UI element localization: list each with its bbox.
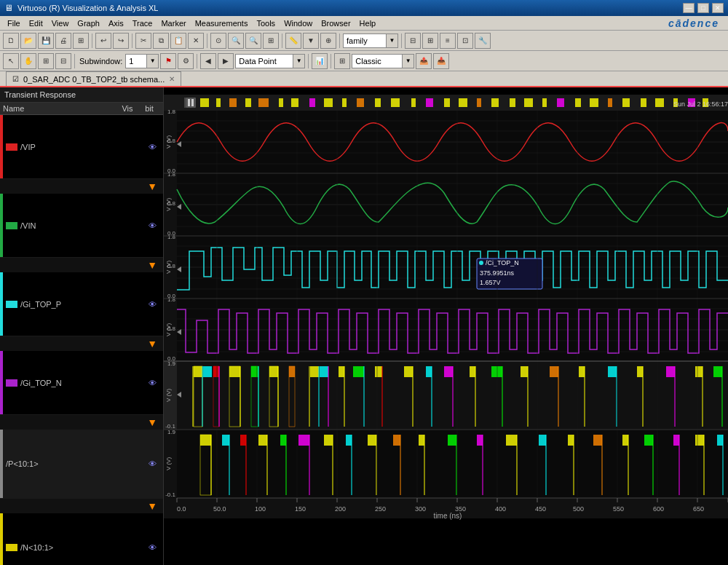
n10-vis-icon[interactable]: 👁 <box>144 543 160 552</box>
chart-button[interactable]: 📊 <box>312 53 328 69</box>
vin-filter-icon[interactable]: ▼ <box>147 259 157 271</box>
gi-top-n-vis-icon[interactable]: 👁 <box>144 379 160 387</box>
family-dropdown-btn[interactable]: ▼ <box>387 33 398 48</box>
svg-rect-16 <box>342 98 347 107</box>
copy-button[interactable]: ⧉ <box>153 33 169 49</box>
p10-name[interactable]: /P<10:1> <box>6 459 144 468</box>
separator-4 <box>282 33 282 48</box>
gi-top-p-vis-icon[interactable]: 👁 <box>144 300 160 309</box>
p10-vis-icon[interactable]: 👁 <box>144 459 160 468</box>
table-button[interactable]: ⊞ <box>334 53 350 69</box>
gi-top-n-filter-icon[interactable]: ▼ <box>147 416 157 428</box>
svg-rect-8 <box>216 98 221 107</box>
settings-button[interactable]: ⚙ <box>178 53 194 69</box>
select-button[interactable]: ↖ <box>3 53 19 69</box>
vip-name[interactable]: /VIP <box>20 143 144 151</box>
tool5-button[interactable]: 🔧 <box>475 33 491 49</box>
svg-text:1.8: 1.8 <box>167 108 176 115</box>
menu-measurements[interactable]: Measurements <box>191 17 253 29</box>
classic-dropdown[interactable]: ▼ <box>352 54 414 68</box>
zoom-in-button[interactable]: 🔍 <box>228 33 244 49</box>
vin-vis-icon[interactable]: 👁 <box>144 221 160 230</box>
svg-rect-115 <box>269 366 278 377</box>
family-dropdown[interactable]: ▼ <box>343 33 398 48</box>
menu-file[interactable]: File <box>3 17 25 29</box>
subwindow-dropdown-btn[interactable]: ▼ <box>147 54 159 68</box>
classic-dropdown-btn[interactable]: ▼ <box>403 54 414 68</box>
gi-top-n-filter-row: ▼ <box>0 415 163 430</box>
subwindow-dropdown[interactable]: ▼ <box>125 54 159 68</box>
svg-rect-171 <box>280 435 286 446</box>
p10-filter-icon[interactable]: ▼ <box>147 500 157 512</box>
family-input[interactable] <box>343 33 387 48</box>
tool4-button[interactable]: ⊡ <box>457 33 473 49</box>
measure-button[interactable]: 📏 <box>285 33 301 49</box>
next-button[interactable]: ▶ <box>218 53 234 69</box>
zoom-h-button[interactable]: ⊞ <box>38 53 54 69</box>
svg-rect-18 <box>375 98 381 107</box>
print2-button[interactable]: ⊞ <box>73 33 89 49</box>
close-button[interactable]: ✕ <box>712 3 724 13</box>
svg-rect-126 <box>353 366 364 377</box>
tool3-button[interactable]: ≡ <box>440 33 456 49</box>
menu-help[interactable]: Help <box>355 17 381 29</box>
subwindow-input[interactable] <box>125 54 147 68</box>
svg-text:0.8: 0.8 <box>167 200 176 207</box>
vin-name[interactable]: /VIN <box>20 221 144 230</box>
print-button[interactable]: 🖨 <box>55 33 71 49</box>
vip-vis-icon[interactable]: 👁 <box>144 143 160 151</box>
waveform-area[interactable]: V (V) 1.8 0.8 0.0 V (V) <box>164 87 728 565</box>
gi-top-p-name[interactable]: /Gi_TOP_P <box>20 300 144 309</box>
flag-button[interactable]: ⚑ <box>160 53 176 69</box>
svg-rect-31 <box>590 98 598 107</box>
new-button[interactable]: 🗋 <box>3 33 19 49</box>
vip-filter-row: ▼ <box>0 179 163 194</box>
marker-button[interactable]: ▼ <box>303 33 319 49</box>
menu-browser[interactable]: Browser <box>317 17 355 29</box>
tool1-button[interactable]: ⊟ <box>405 33 421 49</box>
svg-rect-13 <box>291 98 298 107</box>
classic-input[interactable] <box>352 54 403 68</box>
zoom-sel-button[interactable]: ⊞ <box>263 33 279 49</box>
gi-top-p-filter-icon[interactable]: ▼ <box>147 338 157 349</box>
export-button[interactable]: 📤 <box>416 53 432 69</box>
menu-trace[interactable]: Trace <box>128 17 157 29</box>
cursor-button[interactable]: ⊕ <box>320 33 336 49</box>
menu-view[interactable]: View <box>47 17 74 29</box>
zoom-fit-button[interactable]: ⊙ <box>210 33 226 49</box>
minimize-button[interactable]: — <box>683 3 695 13</box>
svg-text:0.8: 0.8 <box>167 263 176 269</box>
datapoint-input[interactable] <box>235 54 293 68</box>
menu-window[interactable]: Window <box>280 17 317 29</box>
paste-button[interactable]: 📋 <box>170 33 186 49</box>
svg-rect-122 <box>320 366 328 377</box>
tab-0-close[interactable]: ✕ <box>169 75 175 83</box>
tab-0-checkbox[interactable]: ☑ <box>12 75 19 83</box>
menu-axis[interactable]: Axis <box>104 17 128 29</box>
svg-rect-179 <box>368 435 376 446</box>
cut-button[interactable]: ✂ <box>135 33 151 49</box>
menu-edit[interactable]: Edit <box>25 17 47 29</box>
datapoint-dropdown[interactable]: ▼ <box>235 54 305 68</box>
tool2-button[interactable]: ⊞ <box>422 33 438 49</box>
svg-rect-112 <box>251 366 258 377</box>
redo-button[interactable]: ↪ <box>113 33 129 49</box>
tab-0[interactable]: ☑ 0_SAR_ADC 0_TB_TOP2_tb schema... ✕ <box>6 71 181 86</box>
prev-button[interactable]: ◀ <box>200 53 216 69</box>
gi-top-n-name[interactable]: /Gi_TOP_N <box>20 379 144 387</box>
open-button[interactable]: 📂 <box>20 33 36 49</box>
zoom-out-button[interactable]: 🔍 <box>245 33 261 49</box>
undo-button[interactable]: ↩ <box>95 33 111 49</box>
delete-button[interactable]: ✕ <box>188 33 204 49</box>
datapoint-dropdown-btn[interactable]: ▼ <box>293 54 305 68</box>
split-button[interactable]: ⊟ <box>55 53 71 69</box>
menu-graph[interactable]: Graph <box>73 17 104 29</box>
n10-name[interactable]: /N<10:1> <box>20 543 144 552</box>
import-button[interactable]: 📥 <box>433 53 449 69</box>
menu-tools[interactable]: Tools <box>252 17 280 29</box>
maximize-button[interactable]: □ <box>697 3 709 13</box>
vip-filter-icon[interactable]: ▼ <box>147 181 157 192</box>
pan-button[interactable]: ✋ <box>20 53 36 69</box>
menu-marker[interactable]: Marker <box>157 17 190 29</box>
save-button[interactable]: 💾 <box>38 33 54 49</box>
